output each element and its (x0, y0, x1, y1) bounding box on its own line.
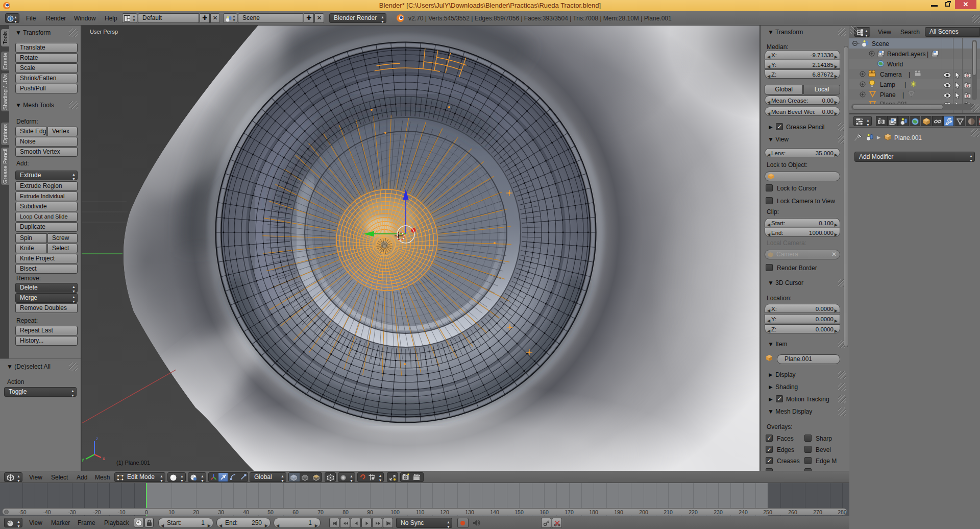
svg-text:x: x (103, 456, 105, 461)
svg-text:User Persp: User Persp (90, 29, 118, 35)
svg-text:z: z (96, 436, 99, 441)
svg-text:(1) Plane.001: (1) Plane.001 (116, 460, 150, 466)
svg-text:y: y (82, 457, 84, 462)
